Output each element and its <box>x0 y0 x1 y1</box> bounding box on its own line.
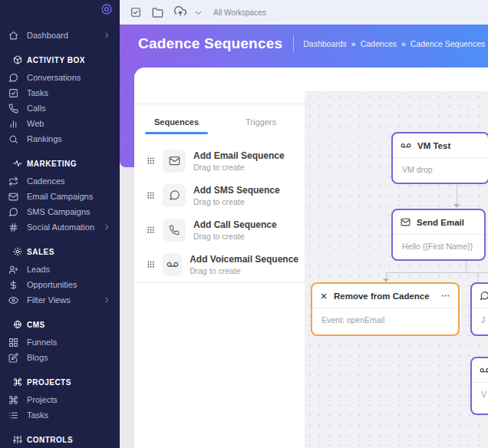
sidebar-item-dashboard[interactable]: Dashboard <box>0 28 120 43</box>
breadcrumb-cadences[interactable]: Cadences <box>361 39 397 48</box>
phone-icon <box>8 104 18 114</box>
sidebar-item-funnels[interactable]: Funnels <box>0 334 120 350</box>
activity-icon <box>13 159 22 168</box>
drag-handle-icon[interactable] <box>147 191 155 199</box>
chat-bubble-icon <box>8 73 18 83</box>
drag-handle-icon[interactable] <box>147 226 155 234</box>
node-sms-partial[interactable]: J <box>470 282 488 336</box>
voicemail-icon <box>163 253 182 276</box>
connector-line <box>477 272 478 282</box>
bar-chart-icon <box>8 119 18 129</box>
home-icon <box>8 31 18 41</box>
chat-bubble-icon <box>8 207 18 217</box>
sliders-icon <box>13 435 22 444</box>
check-square-icon[interactable] <box>130 7 141 18</box>
node-send-email[interactable]: Send Email Hello {{First Name}} <box>391 209 486 261</box>
sidebar-item-filter-views[interactable]: Filter Views <box>0 292 120 308</box>
list-item-add-sms-sequence[interactable]: Add SMS Sequence Drag to create <box>134 178 305 212</box>
connector-line <box>466 261 467 273</box>
sidebar-item-social-automation[interactable]: Social Automation <box>0 219 120 235</box>
repeat-icon <box>8 176 18 186</box>
sidebar-section-activity-box: ACTIVITY BOX <box>0 52 120 68</box>
chevron-right-icon <box>103 223 110 231</box>
voicemail-icon <box>480 365 488 376</box>
x-icon <box>320 292 328 300</box>
sidebar-item-leads[interactable]: Leads <box>0 262 120 277</box>
chat-bubble-icon <box>163 184 186 207</box>
list-icon <box>8 410 18 420</box>
connector-line <box>457 184 457 205</box>
sidebar-item-conversations[interactable]: Conversations <box>0 70 120 85</box>
search-icon <box>8 134 18 144</box>
mail-icon <box>8 192 18 202</box>
grid-icon <box>8 338 18 348</box>
sidebar-item-email-campaigns[interactable]: Email Campaigns <box>0 189 120 204</box>
sidebar-item-calls[interactable]: Calls <box>0 100 120 116</box>
drag-handle-icon[interactable] <box>147 156 155 165</box>
list-item-add-email-sequence[interactable]: Add Email Sequence Drag to create <box>134 143 305 178</box>
sequence-panel: Sequences Triggers Add Email Sequence Dr… <box>134 68 305 448</box>
list-item-add-voicemail-sequence[interactable]: Add Voicemail Sequence Drag to create <box>134 247 305 282</box>
sidebar: Dashboard ACTIVITY BOX Conversations Tas… <box>0 0 120 448</box>
sidebar-section-label: ACTIVITY BOX <box>27 56 85 64</box>
dollar-icon <box>8 280 18 290</box>
voicemail-icon <box>401 140 411 151</box>
sidebar-item-projects[interactable]: Projects <box>0 392 120 407</box>
header-divider <box>293 35 294 52</box>
sidebar-section-marketing: MARKETING <box>0 156 120 171</box>
node-vm-test[interactable]: VM Test VM drop <box>391 132 488 184</box>
sidebar-item-opportunities[interactable]: Opportunities <box>0 277 120 292</box>
list-item-add-call-sequence[interactable]: Add Call Sequence Drag to create <box>134 212 305 247</box>
tab-triggers[interactable]: Triggers <box>219 110 303 134</box>
sidebar-item-blogs[interactable]: Blogs <box>0 350 120 365</box>
upload-cloud-icon[interactable] <box>174 6 186 18</box>
page-title: Cadence Sequences <box>138 35 282 52</box>
mail-icon <box>163 150 186 173</box>
command-icon <box>8 395 18 405</box>
connector-line <box>386 272 488 273</box>
target-icon[interactable] <box>101 3 113 18</box>
sidebar-section-cms: CMS <box>0 317 120 332</box>
sidebar-item-tasks-projects[interactable]: Tasks <box>0 407 120 423</box>
command-icon <box>13 377 22 387</box>
workspace-selector[interactable]: All Workspaces <box>213 8 266 17</box>
gear-icon <box>13 247 22 256</box>
node-remove-from-cadence[interactable]: Remove from Cadence Event: openEmail <box>311 282 460 336</box>
check-square-icon <box>8 88 18 98</box>
content-card: Sequences Triggers Add Email Sequence Dr… <box>134 68 488 448</box>
sidebar-item-label: Dashboard <box>27 31 68 40</box>
connector-arrow <box>453 204 460 208</box>
sidebar-section-projects: PROJECTS <box>0 374 120 390</box>
globe-icon <box>13 320 22 329</box>
breadcrumb-cadence-sequences[interactable]: Cadence Sequences <box>411 39 486 48</box>
sidebar-item-web[interactable]: Web <box>0 116 120 131</box>
sidebar-item-sms-campaigns[interactable]: SMS Campaigns <box>0 204 120 219</box>
hash-icon <box>8 222 18 232</box>
eye-icon <box>8 295 18 305</box>
chat-bubble-icon <box>480 291 488 301</box>
breadcrumb: Dashboards » Cadences » Cadence Sequence… <box>303 39 485 48</box>
breadcrumb-dashboards[interactable]: Dashboards <box>303 39 347 48</box>
sidebar-nav: Dashboard ACTIVITY BOX Conversations Tas… <box>0 28 120 448</box>
node-voicemail-partial[interactable]: V <box>470 357 488 415</box>
drag-handle-icon[interactable] <box>147 260 155 268</box>
sequence-type-list: Add Email Sequence Drag to create Add SM… <box>134 143 305 282</box>
sidebar-item-cadences[interactable]: Cadences <box>0 173 120 189</box>
divider <box>134 282 305 283</box>
sidebar-item-tasks[interactable]: Tasks <box>0 85 120 100</box>
phone-icon <box>163 219 186 242</box>
sidebar-item-rankings[interactable]: Rankings <box>0 131 120 147</box>
tab-sequences[interactable]: Sequences <box>134 110 219 134</box>
folder-icon[interactable] <box>152 7 163 18</box>
chevron-right-icon <box>103 31 110 39</box>
mail-icon <box>401 217 411 227</box>
app-window: Dashboard ACTIVITY BOX Conversations Tas… <box>0 0 488 448</box>
flow-canvas[interactable]: VM Test VM drop Send Email Hello {{First… <box>305 91 488 448</box>
chevron-down-icon[interactable] <box>194 8 203 17</box>
node-menu-button[interactable] <box>440 291 450 301</box>
panel-tabs: Sequences Triggers <box>134 110 305 134</box>
ellipsis-icon <box>440 291 450 301</box>
edit-icon <box>8 353 18 363</box>
breadcrumb-separator: » <box>401 39 406 48</box>
box-icon <box>13 55 22 64</box>
